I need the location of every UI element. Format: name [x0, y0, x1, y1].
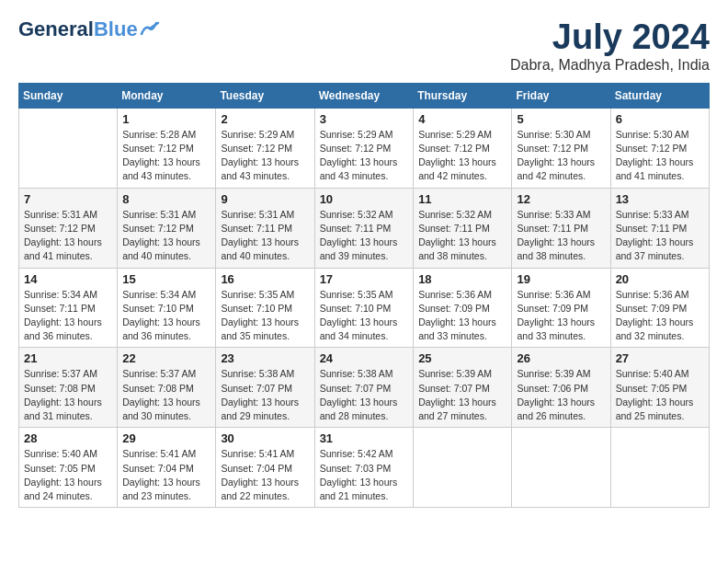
day-info: Sunrise: 5:28 AM Sunset: 7:12 PM Dayligh… — [122, 128, 210, 184]
day-info: Sunrise: 5:29 AM Sunset: 7:12 PM Dayligh… — [418, 128, 506, 184]
calendar-cell: 17Sunrise: 5:35 AM Sunset: 7:10 PM Dayli… — [314, 268, 414, 348]
day-info: Sunrise: 5:32 AM Sunset: 7:11 PM Dayligh… — [320, 208, 409, 264]
week-row-4: 21Sunrise: 5:37 AM Sunset: 7:08 PM Dayli… — [19, 348, 710, 428]
day-info: Sunrise: 5:35 AM Sunset: 7:10 PM Dayligh… — [221, 288, 309, 344]
day-info: Sunrise: 5:41 AM Sunset: 7:04 PM Dayligh… — [122, 447, 210, 503]
calendar-cell: 20Sunrise: 5:36 AM Sunset: 7:09 PM Dayli… — [610, 268, 709, 348]
header-monday: Monday — [118, 83, 216, 108]
day-number: 20 — [616, 272, 704, 286]
day-info: Sunrise: 5:40 AM Sunset: 7:05 PM Dayligh… — [24, 447, 112, 503]
day-number: 9 — [221, 192, 309, 206]
month-title: July 2024 — [510, 18, 710, 57]
day-number: 23 — [221, 351, 309, 365]
calendar-cell: 26Sunrise: 5:39 AM Sunset: 7:06 PM Dayli… — [512, 348, 610, 428]
day-number: 22 — [122, 351, 210, 365]
day-number: 15 — [122, 272, 210, 286]
calendar-cell: 28Sunrise: 5:40 AM Sunset: 7:05 PM Dayli… — [19, 428, 118, 508]
day-number: 31 — [320, 431, 409, 445]
day-number: 14 — [24, 272, 112, 286]
week-row-3: 14Sunrise: 5:34 AM Sunset: 7:11 PM Dayli… — [19, 268, 710, 348]
day-info: Sunrise: 5:41 AM Sunset: 7:04 PM Dayligh… — [221, 447, 309, 503]
calendar-cell: 19Sunrise: 5:36 AM Sunset: 7:09 PM Dayli… — [512, 268, 610, 348]
calendar-cell: 25Sunrise: 5:39 AM Sunset: 7:07 PM Dayli… — [414, 348, 512, 428]
calendar-cell: 4Sunrise: 5:29 AM Sunset: 7:12 PM Daylig… — [414, 108, 512, 188]
day-number: 13 — [616, 192, 704, 206]
header-tuesday: Tuesday — [216, 83, 314, 108]
day-info: Sunrise: 5:37 AM Sunset: 7:08 PM Dayligh… — [24, 367, 112, 423]
day-number: 28 — [24, 431, 112, 445]
day-info: Sunrise: 5:38 AM Sunset: 7:07 PM Dayligh… — [320, 367, 409, 423]
day-info: Sunrise: 5:39 AM Sunset: 7:06 PM Dayligh… — [517, 367, 605, 423]
day-info: Sunrise: 5:31 AM Sunset: 7:11 PM Dayligh… — [221, 208, 309, 264]
calendar-cell: 10Sunrise: 5:32 AM Sunset: 7:11 PM Dayli… — [314, 188, 414, 268]
day-number: 1 — [122, 112, 210, 126]
week-row-5: 28Sunrise: 5:40 AM Sunset: 7:05 PM Dayli… — [19, 428, 710, 508]
calendar-cell: 3Sunrise: 5:29 AM Sunset: 7:12 PM Daylig… — [314, 108, 414, 188]
day-number: 5 — [517, 112, 605, 126]
calendar-cell: 1Sunrise: 5:28 AM Sunset: 7:12 PM Daylig… — [118, 108, 216, 188]
calendar-cell: 15Sunrise: 5:34 AM Sunset: 7:10 PM Dayli… — [118, 268, 216, 348]
day-info: Sunrise: 5:34 AM Sunset: 7:11 PM Dayligh… — [24, 288, 112, 344]
calendar-cell — [610, 428, 709, 508]
day-info: Sunrise: 5:38 AM Sunset: 7:07 PM Dayligh… — [221, 367, 309, 423]
day-info: Sunrise: 5:35 AM Sunset: 7:10 PM Dayligh… — [320, 288, 409, 344]
day-number: 7 — [24, 192, 112, 206]
day-number: 25 — [418, 351, 506, 365]
day-number: 29 — [122, 431, 210, 445]
day-info: Sunrise: 5:36 AM Sunset: 7:09 PM Dayligh… — [517, 288, 605, 344]
header-row: SundayMondayTuesdayWednesdayThursdayFrid… — [19, 83, 710, 108]
header-saturday: Saturday — [610, 83, 709, 108]
day-number: 4 — [418, 112, 506, 126]
day-info: Sunrise: 5:30 AM Sunset: 7:12 PM Dayligh… — [616, 128, 704, 184]
day-info: Sunrise: 5:42 AM Sunset: 7:03 PM Dayligh… — [320, 447, 409, 503]
calendar-cell: 22Sunrise: 5:37 AM Sunset: 7:08 PM Dayli… — [118, 348, 216, 428]
calendar-cell: 2Sunrise: 5:29 AM Sunset: 7:12 PM Daylig… — [216, 108, 314, 188]
day-info: Sunrise: 5:39 AM Sunset: 7:07 PM Dayligh… — [418, 367, 506, 423]
day-info: Sunrise: 5:36 AM Sunset: 7:09 PM Dayligh… — [616, 288, 704, 344]
calendar-cell — [19, 108, 118, 188]
day-number: 17 — [320, 272, 409, 286]
calendar-cell — [512, 428, 610, 508]
calendar-cell: 21Sunrise: 5:37 AM Sunset: 7:08 PM Dayli… — [19, 348, 118, 428]
day-number: 6 — [616, 112, 704, 126]
calendar-cell: 13Sunrise: 5:33 AM Sunset: 7:11 PM Dayli… — [610, 188, 709, 268]
calendar-cell: 27Sunrise: 5:40 AM Sunset: 7:05 PM Dayli… — [610, 348, 709, 428]
day-info: Sunrise: 5:33 AM Sunset: 7:11 PM Dayligh… — [616, 208, 704, 264]
day-info: Sunrise: 5:31 AM Sunset: 7:12 PM Dayligh… — [122, 208, 210, 264]
day-number: 27 — [616, 351, 704, 365]
header-friday: Friday — [512, 83, 610, 108]
day-info: Sunrise: 5:31 AM Sunset: 7:12 PM Dayligh… — [24, 208, 112, 264]
day-number: 11 — [418, 192, 506, 206]
header-sunday: Sunday — [19, 83, 118, 108]
day-info: Sunrise: 5:30 AM Sunset: 7:12 PM Dayligh… — [517, 128, 605, 184]
day-number: 26 — [517, 351, 605, 365]
header-wednesday: Wednesday — [314, 83, 414, 108]
day-number: 2 — [221, 112, 309, 126]
week-row-2: 7Sunrise: 5:31 AM Sunset: 7:12 PM Daylig… — [19, 188, 710, 268]
day-info: Sunrise: 5:34 AM Sunset: 7:10 PM Dayligh… — [122, 288, 210, 344]
calendar-cell: 9Sunrise: 5:31 AM Sunset: 7:11 PM Daylig… — [216, 188, 314, 268]
day-number: 10 — [320, 192, 409, 206]
day-info: Sunrise: 5:33 AM Sunset: 7:11 PM Dayligh… — [517, 208, 605, 264]
calendar-cell: 11Sunrise: 5:32 AM Sunset: 7:11 PM Dayli… — [414, 188, 512, 268]
calendar-cell: 12Sunrise: 5:33 AM Sunset: 7:11 PM Dayli… — [512, 188, 610, 268]
day-number: 18 — [418, 272, 506, 286]
day-number: 19 — [517, 272, 605, 286]
day-number: 16 — [221, 272, 309, 286]
calendar-table: SundayMondayTuesdayWednesdayThursdayFrid… — [18, 83, 710, 508]
logo: GeneralBlue — [18, 18, 160, 40]
calendar-cell: 16Sunrise: 5:35 AM Sunset: 7:10 PM Dayli… — [216, 268, 314, 348]
day-info: Sunrise: 5:36 AM Sunset: 7:09 PM Dayligh… — [418, 288, 506, 344]
logo-text: GeneralBlue — [18, 18, 138, 40]
day-info: Sunrise: 5:29 AM Sunset: 7:12 PM Dayligh… — [221, 128, 309, 184]
page-header: GeneralBlue July 2024 Dabra, Madhya Prad… — [18, 18, 710, 74]
day-number: 12 — [517, 192, 605, 206]
day-info: Sunrise: 5:29 AM Sunset: 7:12 PM Dayligh… — [320, 128, 409, 184]
day-number: 24 — [320, 351, 409, 365]
week-row-1: 1Sunrise: 5:28 AM Sunset: 7:12 PM Daylig… — [19, 108, 710, 188]
calendar-cell: 18Sunrise: 5:36 AM Sunset: 7:09 PM Dayli… — [414, 268, 512, 348]
calendar-cell: 8Sunrise: 5:31 AM Sunset: 7:12 PM Daylig… — [118, 188, 216, 268]
logo-icon — [140, 21, 160, 38]
calendar-cell: 14Sunrise: 5:34 AM Sunset: 7:11 PM Dayli… — [19, 268, 118, 348]
day-info: Sunrise: 5:40 AM Sunset: 7:05 PM Dayligh… — [616, 367, 704, 423]
